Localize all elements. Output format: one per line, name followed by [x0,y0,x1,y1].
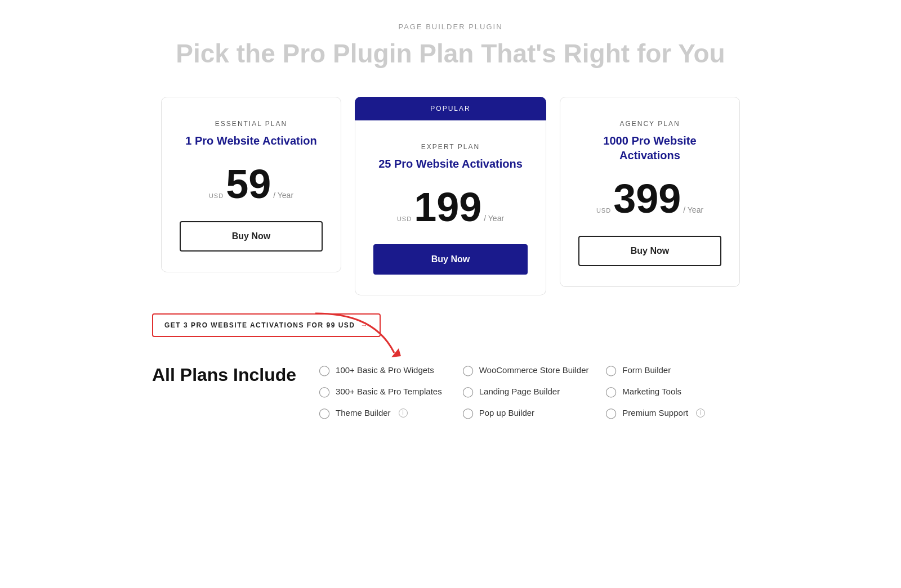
buy-button-expert[interactable]: Buy Now [373,244,528,275]
info-icon: i [399,409,408,418]
feature-item: ◯ 300+ Basic & Pro Templates [319,385,462,398]
card-essential: ESSENTIAL PLAN 1 Pro Website Activation … [161,97,341,272]
plan-label-expert: EXPERT PLAN [373,143,528,151]
feature-text: Theme Builder [336,408,391,418]
plugin-label: PAGE BUILDER PLUGIN [152,23,749,31]
buy-button-essential[interactable]: Buy Now [180,221,323,252]
all-plans-heading: All Plans Include [152,364,296,385]
feature-item: ◯ Premium Support i [605,407,749,419]
features-grid: ◯ 100+ Basic & Pro Widgets ◯ 300+ Basic … [319,364,749,419]
check-icon: ◯ [605,407,617,419]
header: PAGE BUILDER PLUGIN Pick the Pro Plugin … [152,23,749,69]
card-agency: AGENCY PLAN 1000 Pro Website Activations… [560,97,740,287]
feature-item: ◯ Pop up Builder [462,407,606,419]
feature-text: Form Builder [622,365,671,375]
features-col-0: ◯ 100+ Basic & Pro Widgets ◯ 300+ Basic … [319,364,462,419]
feature-item: ◯ 100+ Basic & Pro Widgets [319,364,462,376]
check-icon: ◯ [462,407,474,419]
check-icon: ◯ [462,385,474,398]
plan-label-essential: ESSENTIAL PLAN [180,120,323,128]
feature-text: Premium Support [622,408,688,418]
check-icon: ◯ [319,407,330,419]
features-col-1: ◯ WooCommerce Store Builder ◯ Landing Pa… [462,364,606,419]
plan-activations-agency: 1000 Pro Website Activations [578,133,721,163]
price-row-essential: USD 59 / Year [180,164,323,204]
price-row-expert: USD 199 / Year [373,187,528,227]
check-icon: ◯ [462,364,474,376]
promo-row: GET 3 PRO WEBSITE ACTIVATIONS FOR 99 USD… [152,313,749,337]
price-amount-expert: 199 [414,187,481,227]
price-amount-essential: 59 [226,164,271,204]
plan-activations-essential: 1 Pro Website Activation [180,133,323,148]
price-row-agency: USD 399 / Year [578,178,721,219]
feature-text: 100+ Basic & Pro Widgets [336,365,434,375]
check-icon: ◯ [605,364,617,376]
price-currency-essential: USD [209,192,224,199]
check-icon: ◯ [605,385,617,398]
price-period-agency: / Year [683,205,703,214]
feature-item: ◯ Landing Page Builder [462,385,606,398]
check-icon: ◯ [319,385,330,398]
features-col-2: ◯ Form Builder ◯ Marketing Tools ◯ Premi… [605,364,749,419]
info-icon: i [696,409,705,418]
plan-activations-expert: 25 Pro Website Activations [373,156,528,171]
all-plans-section: All Plans Include ◯ 100+ Basic & Pro Wid… [152,364,749,419]
feature-item: ◯ Theme Builder i [319,407,462,419]
feature-text: Marketing Tools [622,387,681,396]
promo-arrow-graphic [310,308,411,358]
popular-banner: POPULAR [355,97,546,120]
feature-text: Landing Page Builder [479,387,560,396]
feature-text: Pop up Builder [479,408,534,418]
buy-button-agency[interactable]: Buy Now [578,236,721,266]
price-amount-agency: 399 [613,178,681,219]
feature-item: ◯ Marketing Tools [605,385,749,398]
plan-label-agency: AGENCY PLAN [578,120,721,128]
page-wrapper: PAGE BUILDER PLUGIN Pick the Pro Plugin … [141,0,760,453]
feature-item: ◯ Form Builder [605,364,749,376]
feature-text: WooCommerce Store Builder [479,365,589,375]
price-period-expert: / Year [484,214,504,223]
price-period-essential: / Year [273,191,293,200]
page-title: Pick the Pro Plugin Plan That's Right fo… [152,39,749,69]
price-currency-expert: USD [397,216,412,222]
check-icon: ◯ [319,364,330,376]
pricing-cards: ESSENTIAL PLAN 1 Pro Website Activation … [152,97,749,295]
card-expert: POPULAR EXPERT PLAN 25 Pro Website Activ… [355,97,546,295]
feature-item: ◯ WooCommerce Store Builder [462,364,606,376]
price-currency-agency: USD [596,207,611,214]
feature-text: 300+ Basic & Pro Templates [336,387,442,396]
